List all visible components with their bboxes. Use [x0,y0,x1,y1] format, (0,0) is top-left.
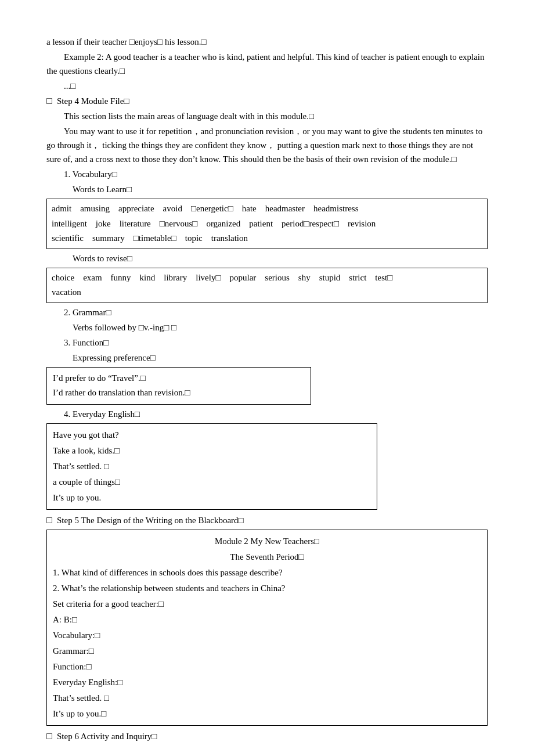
blackboard-box: Module 2 My New Teachers□ The Seventh Pe… [46,530,488,726]
vocab-header: 1. Vocabulary□ [46,167,488,181]
everyday-line1: Have you got that? [53,427,371,443]
words-learn-list: admit amusing appreciate avoid □energeti… [52,204,359,213]
step5-header: Step 5 The Design of the Writing on the … [57,513,244,527]
step4-desc1: This section lists the main areas of lan… [46,109,488,123]
step4-square-icon [46,98,52,104]
step5-header-line: Step 5 The Design of the Writing on the … [46,513,488,527]
everyday-line3: That’s settled. □ [53,459,371,474]
words-revise-list-2: vacation [52,287,81,297]
function-desc: Expressing preference□ [46,351,488,365]
function-header: 3. Function□ [46,336,488,350]
words-to-learn: Words to Learn□ [46,182,488,196]
words-learn-list-2: intelligent joke literature □nervous□ or… [52,219,376,228]
blackboard-criteria: Set criteria for a good teacher:□ [53,596,481,612]
blackboard-grammar: Grammar:□ [53,643,481,659]
words-learn-table: admit amusing appreciate avoid □energeti… [46,199,488,249]
grammar-header: 2. Grammar□ [46,305,488,319]
step4-header-line: Step 4 Module File□ [46,94,488,108]
step6-header-line: Step 6 Activity and Inquiry□ [46,729,488,743]
everyday-box: Have you got that? Take a look, kids.□ T… [46,423,377,510]
blackboard-uptoyou: It’s up to you.□ [53,706,481,722]
example2: Example 2: A good teacher is a teacher w… [46,50,488,78]
blackboard-everyday: Everyday English:□ [53,675,481,690]
step6-square-icon [46,733,52,739]
preference-box: I’d prefer to do “Travel”.□ I’d rather d… [46,367,311,405]
blackboard-q2: 2. What’s the relationship between stude… [53,581,481,596]
step4-desc2: You may want to use it for repetition，an… [46,124,488,166]
blackboard-ab: A: B:□ [53,612,481,628]
words-to-revise: Words to revise□ [46,251,488,265]
blackboard-function: Function:□ [53,659,481,675]
pref-line2: I’d rather do translation than revision.… [53,386,305,401]
step6-header: Step 6 Activity and Inquiry□ [57,729,157,743]
line1: a lesson if their teacher □enjoys□ his l… [46,35,488,49]
blackboard-q1: 1. What kind of differences in schools d… [53,565,481,581]
step5-square-icon [46,517,52,523]
blackboard-title: Module 2 My New Teachers□ [53,534,481,549]
ellipsis: ...□ [46,79,488,93]
everyday-line2: Take a look, kids.□ [53,443,371,459]
blackboard-settled: That’s settled. □ [53,690,481,706]
blackboard-vocab: Vocabulary:□ [53,628,481,643]
grammar-desc: Verbs followed by □v.-ing□ □ [46,321,488,334]
words-revise-table: choice exam funny kind library lively□ p… [46,268,488,303]
everyday-header: 4. Everyday English□ [46,407,488,421]
blackboard-subtitle: The Seventh Period□ [53,549,481,565]
words-learn-list-3: scientific summary □timetable□ topic tra… [52,233,248,243]
words-revise-list: choice exam funny kind library lively□ p… [52,273,392,282]
pref-line1: I’d prefer to do “Travel”.□ [53,371,305,386]
step4-header: Step 4 Module File□ [57,94,129,108]
everyday-line4: a couple of things□ [53,474,371,490]
everyday-line5: It’s up to you. [53,490,371,506]
page-content: a lesson if their teacher □enjoys□ his l… [46,35,488,743]
